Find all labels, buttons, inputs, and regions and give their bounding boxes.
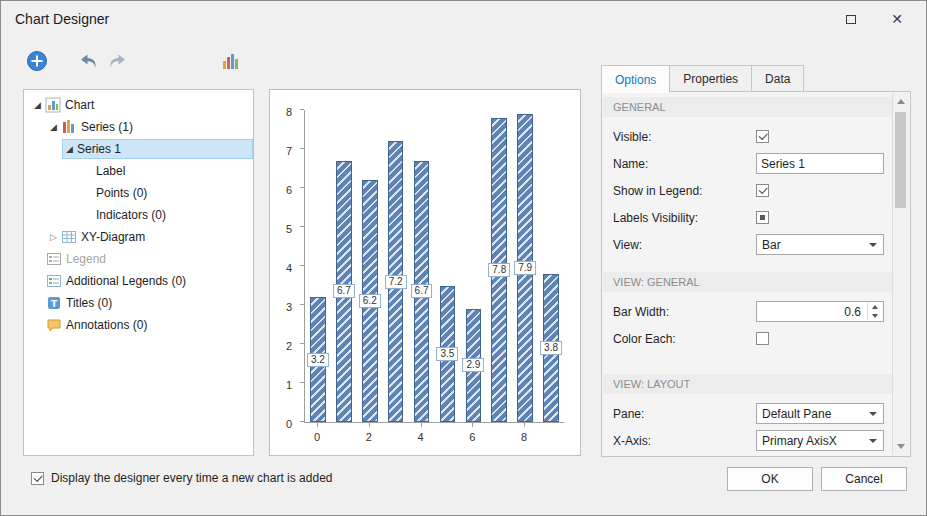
y-axis-tick-mark (300, 304, 304, 305)
bar-data-label: 3.2 (307, 353, 329, 367)
scroll-down-button[interactable] (893, 438, 909, 455)
arrow-down-icon (897, 444, 905, 449)
field-row-bar-width: Bar Width: 0.6 (603, 298, 892, 325)
chart-type-button[interactable] (217, 47, 245, 75)
tree-item-series-1[interactable]: ◢ Series 1 (24, 138, 253, 160)
field-label: Show in Legend: (613, 184, 756, 198)
cancel-button[interactable]: Cancel (821, 467, 907, 491)
field-row-labels-visibility: Labels Visibility: (603, 204, 892, 231)
x-axis-combobox[interactable]: Primary AxisX (756, 430, 884, 451)
tree-item-label[interactable]: Label (24, 160, 253, 182)
title-bar: Chart Designer ✕ (1, 1, 926, 37)
y-axis-tick-mark (300, 187, 304, 188)
chart-preview[interactable]: 012345678 3.26.76.27.26.73.52.97.87.93.8… (269, 89, 581, 456)
field-label: X-Axis: (613, 434, 756, 448)
show-in-legend-checkbox[interactable] (756, 184, 769, 197)
redo-button[interactable] (103, 47, 131, 75)
display-designer-checkbox[interactable] (31, 472, 44, 485)
tab-options[interactable]: Options (601, 65, 669, 93)
tree-item-titles[interactable]: T Titles (0) (24, 292, 253, 314)
maximize-icon (846, 15, 856, 24)
color-each-checkbox[interactable] (756, 332, 769, 345)
bar-width-value: 0.6 (844, 305, 861, 319)
add-chart-element-button[interactable] (23, 47, 51, 75)
tree-expander-icon[interactable]: ▷ (46, 232, 61, 242)
series-icon (61, 119, 81, 135)
tree-item-series-group[interactable]: ◢ Series (1) (24, 116, 253, 138)
tab-data[interactable]: Data (751, 65, 804, 92)
tree-item-legend[interactable]: Legend (24, 248, 253, 270)
field-row-color-each: Color Each: (603, 325, 892, 352)
tree-item-points[interactable]: Points (0) (24, 182, 253, 204)
scroll-up-button[interactable] (893, 93, 909, 110)
x-axis: 02468 (304, 423, 564, 449)
tree-item-indicators[interactable]: Indicators (0) (24, 204, 253, 226)
bar-width-spinner[interactable]: 0.6 (756, 301, 884, 322)
y-axis-tick-label: 7 (286, 145, 292, 157)
ok-button[interactable]: OK (727, 467, 813, 491)
chevron-down-icon (869, 412, 877, 416)
x-axis-tick-label: 6 (469, 431, 475, 443)
scroll-thumb[interactable] (895, 112, 906, 208)
y-axis-tick-mark (300, 382, 304, 383)
tree-expander-icon[interactable]: ◢ (62, 144, 77, 154)
panel-scrollbar[interactable] (892, 93, 909, 455)
y-axis-tick-mark (300, 148, 304, 149)
tree-item-xy-diagram[interactable]: ▷ XY-Diagram (24, 226, 253, 248)
bar-data-label: 3.5 (436, 347, 458, 361)
additional-legends-icon (46, 273, 66, 289)
xy-diagram-icon (61, 229, 81, 245)
undo-button[interactable] (75, 47, 103, 75)
y-axis-tick-label: 1 (286, 379, 292, 391)
y-axis-tick-mark (300, 226, 304, 227)
field-row-pane: Pane: Default Pane (603, 400, 892, 427)
pane-combobox[interactable]: Default Pane (756, 403, 884, 424)
tree-expander-icon[interactable]: ◢ (30, 100, 45, 110)
bar-data-label: 6.2 (359, 294, 381, 308)
visible-checkbox[interactable] (756, 130, 769, 143)
tree-item-additional-legends[interactable]: Additional Legends (0) (24, 270, 253, 292)
field-label: Visible: (613, 130, 756, 144)
undo-icon (79, 54, 99, 69)
arrow-up-icon (872, 305, 878, 309)
bar-data-label: 3.8 (540, 341, 562, 355)
y-axis-tick-label: 5 (286, 223, 292, 235)
tree-expander-icon[interactable]: ◢ (46, 122, 61, 132)
field-row-view: View: Bar (603, 231, 892, 258)
section-header-view-general: VIEW: GENERAL (603, 272, 892, 292)
spin-up-button[interactable] (868, 303, 882, 312)
tree-item-chart[interactable]: ◢ Chart (24, 94, 253, 116)
name-input[interactable] (756, 153, 884, 174)
field-row-x-axis: X-Axis: Primary AxisX (603, 427, 892, 454)
bar-data-label: 6.7 (333, 284, 355, 298)
bar-chart-icon (222, 52, 240, 70)
display-designer-label: Display the designer every time a new ch… (51, 471, 332, 485)
chevron-down-icon (869, 243, 877, 247)
y-axis-tick-label: 6 (286, 184, 292, 196)
maximize-button[interactable] (836, 7, 866, 31)
labels-visibility-checkbox[interactable] (756, 211, 769, 224)
tab-properties[interactable]: Properties (669, 65, 751, 92)
field-row-name: Name: (603, 150, 892, 177)
x-axis-tick-label: 0 (314, 431, 320, 443)
annotations-icon (46, 317, 66, 333)
arrow-up-icon (897, 99, 905, 104)
section-header-general: GENERAL (603, 97, 892, 117)
spin-down-button[interactable] (868, 312, 882, 321)
x-axis-tick-mark (472, 423, 473, 427)
x-axis-tick-mark (524, 423, 525, 427)
bar-data-label: 7.9 (514, 261, 536, 275)
field-label: View: (613, 238, 756, 252)
pane-combobox-value: Default Pane (762, 407, 831, 421)
field-label: Color Each: (613, 332, 756, 346)
y-axis-tick-label: 4 (286, 262, 292, 274)
tree-item-annotations[interactable]: Annotations (0) (24, 314, 253, 336)
field-label: Name: (613, 157, 756, 171)
y-axis-tick-mark (300, 343, 304, 344)
y-axis-tick-label: 3 (286, 301, 292, 313)
window-title: Chart Designer (15, 11, 109, 27)
chart-designer-dialog: Chart Designer ✕ (0, 0, 927, 516)
y-axis-tick-mark (300, 265, 304, 266)
view-combobox[interactable]: Bar (756, 234, 884, 255)
close-button[interactable]: ✕ (882, 7, 912, 31)
